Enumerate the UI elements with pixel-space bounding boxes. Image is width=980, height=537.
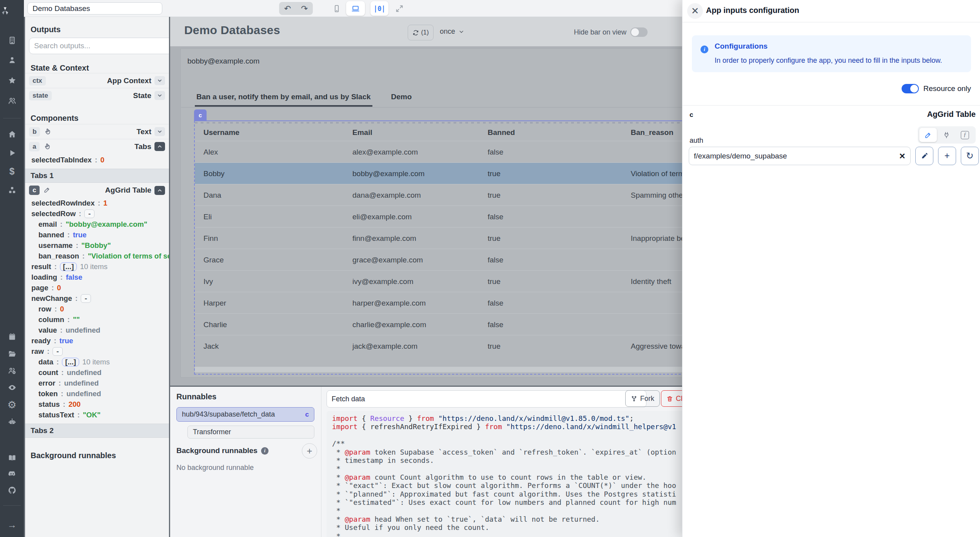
connect-plug-icon[interactable]	[938, 128, 955, 142]
output-tree-row[interactable]: count:undefined	[25, 367, 102, 378]
refresh-resource-button[interactable]: ↻	[961, 147, 979, 165]
add-background-runnable-button[interactable]: +	[302, 443, 317, 459]
output-tree-row[interactable]: ban_reason:"Violation of terms of servic…	[25, 251, 169, 261]
github-icon[interactable]	[7, 486, 17, 495]
outputs-panel: Outputs Search outputs... State & Contex…	[25, 16, 169, 537]
resource-path-input[interactable]: f/examples/demo_supabase ✕	[689, 147, 911, 165]
output-tree-row[interactable]: data:[...]10 items	[25, 357, 110, 367]
tree-value[interactable]: -	[81, 294, 91, 303]
resource-only-toggle[interactable]	[902, 84, 919, 93]
tabs1-section-header[interactable]: Tabs 1	[25, 169, 169, 183]
folder-icon[interactable]	[7, 349, 17, 359]
output-tree-row[interactable]: selectedRow:-	[25, 208, 94, 219]
hide-bar-toggle[interactable]	[630, 27, 648, 37]
selected-component-badge[interactable]: c	[194, 109, 207, 120]
search-outputs-input[interactable]: Search outputs...	[29, 38, 169, 54]
chevron-up-icon[interactable]	[154, 142, 165, 151]
output-tree-row[interactable]: raw:-	[25, 346, 63, 357]
output-tree-row[interactable]: loading:false	[25, 272, 82, 282]
chevron-up-icon[interactable]	[154, 186, 165, 195]
tabs2-section-header[interactable]: Tabs 2	[25, 424, 169, 438]
grid-cell: ivy@example.com	[344, 277, 479, 286]
tree-value: 1	[103, 199, 107, 208]
fork-button[interactable]: Fork	[625, 390, 660, 407]
output-tree-row[interactable]: column:""	[25, 314, 80, 325]
building-icon[interactable]	[7, 36, 17, 45]
output-tree-row[interactable]: result:[...]10 items	[25, 261, 107, 272]
redo-icon[interactable]: ↷	[301, 4, 308, 13]
divider	[321, 387, 321, 537]
chevron-down-icon[interactable]	[154, 91, 165, 100]
users-icon[interactable]	[7, 96, 17, 106]
app-tab-1[interactable]: Demo	[390, 93, 414, 107]
undo-icon[interactable]: ↶	[284, 4, 291, 13]
calendar-icon[interactable]	[7, 332, 17, 341]
panel-splitter[interactable]	[24, 16, 25, 537]
output-tree-row[interactable]: token:undefined	[25, 388, 101, 399]
clear-icon[interactable]: ✕	[899, 151, 906, 161]
output-tree-row[interactable]: selectedTabIndex : 0	[25, 155, 104, 165]
edit-resource-button[interactable]	[915, 147, 933, 165]
schedule-dropdown[interactable]: once	[440, 27, 465, 36]
robot-icon[interactable]	[7, 417, 17, 426]
app-tab-0[interactable]: Ban a user, notify them by email, and us…	[195, 93, 372, 107]
runnable-item-fetch-data[interactable]: hub/943/supabase/fetch_data c	[176, 407, 314, 422]
tree-value[interactable]: -	[53, 347, 63, 356]
output-tree-row[interactable]: value:undefined	[25, 325, 100, 335]
output-tree-row[interactable]: username:"Bobby"	[25, 240, 111, 251]
tree-value[interactable]: [...]	[62, 358, 79, 366]
output-tree-row[interactable]: selectedRowIndex:1	[25, 198, 107, 208]
windmill-logo-icon[interactable]	[0, 4, 12, 17]
star-icon[interactable]	[7, 76, 17, 85]
home-icon[interactable]	[7, 129, 17, 139]
desktop-view-icon[interactable]	[346, 1, 365, 16]
output-tree-row[interactable]: banned:true	[25, 229, 87, 240]
users-cog-icon[interactable]	[7, 366, 17, 375]
gear-icon[interactable]: ⚙	[7, 400, 17, 410]
output-tree-row[interactable]: newChange:-	[25, 293, 91, 304]
component-row-c[interactable]: c AgGrid Table	[25, 183, 169, 198]
tree-value[interactable]: [...]	[60, 262, 77, 271]
component-id-badge: c	[29, 186, 40, 195]
eye-icon[interactable]	[7, 383, 17, 392]
discord-icon[interactable]	[7, 469, 17, 479]
runnable-name-input[interactable]: Fetch data	[327, 390, 646, 408]
eval-fx-icon[interactable]: ƒ	[956, 128, 974, 142]
add-resource-button[interactable]: +	[938, 147, 956, 165]
context-row-ctx[interactable]: ctx App Context	[25, 73, 169, 88]
chevron-down-icon[interactable]	[154, 127, 165, 136]
cubes-icon[interactable]	[7, 186, 17, 195]
output-tree-row[interactable]: row:0	[25, 304, 64, 314]
pencil-icon[interactable]	[44, 186, 51, 194]
mobile-view-icon[interactable]	[329, 1, 345, 16]
output-tree-row[interactable]: error:undefined	[25, 378, 99, 388]
static-input-pencil-icon[interactable]	[919, 128, 937, 142]
chevron-down-icon[interactable]	[154, 76, 165, 85]
background-runnables-empty: No background runnable	[176, 464, 254, 472]
output-tree-row[interactable]: email:"bobby@example.com"	[25, 219, 147, 229]
output-tree-row[interactable]: status:200	[25, 399, 81, 410]
tree-key: token	[38, 390, 58, 398]
dollar-icon[interactable]: $	[7, 167, 17, 176]
output-tree-row[interactable]: statusText:"OK"	[25, 410, 101, 420]
close-icon[interactable]: ✕	[687, 3, 703, 19]
refresh-count-button[interactable]: (1)	[408, 25, 434, 40]
text-component[interactable]: bobby@example.com	[187, 57, 260, 66]
fullscreen-icon[interactable]	[392, 1, 407, 16]
tree-value[interactable]: -	[84, 209, 94, 218]
book-icon[interactable]	[7, 453, 17, 462]
panel-splitter[interactable]	[169, 16, 170, 537]
app-title-input[interactable]: Demo Databases	[27, 2, 162, 15]
user-icon[interactable]	[7, 55, 17, 65]
debug-outputs-button[interactable]: |0|	[370, 1, 388, 16]
output-tree-row[interactable]: ready:true	[25, 335, 73, 346]
hand-pointer-icon	[44, 142, 52, 151]
runnable-item-transformer[interactable]: Transformer	[187, 426, 314, 439]
output-tree-row[interactable]: page:0	[25, 282, 61, 293]
grid-cell: Jack	[195, 342, 344, 351]
arrow-right-icon[interactable]: →	[7, 520, 17, 530]
play-icon[interactable]	[7, 148, 17, 158]
component-row-b[interactable]: b Text	[25, 124, 169, 139]
component-row-a[interactable]: a Tabs	[25, 139, 169, 154]
context-row-state[interactable]: state State	[25, 88, 169, 103]
